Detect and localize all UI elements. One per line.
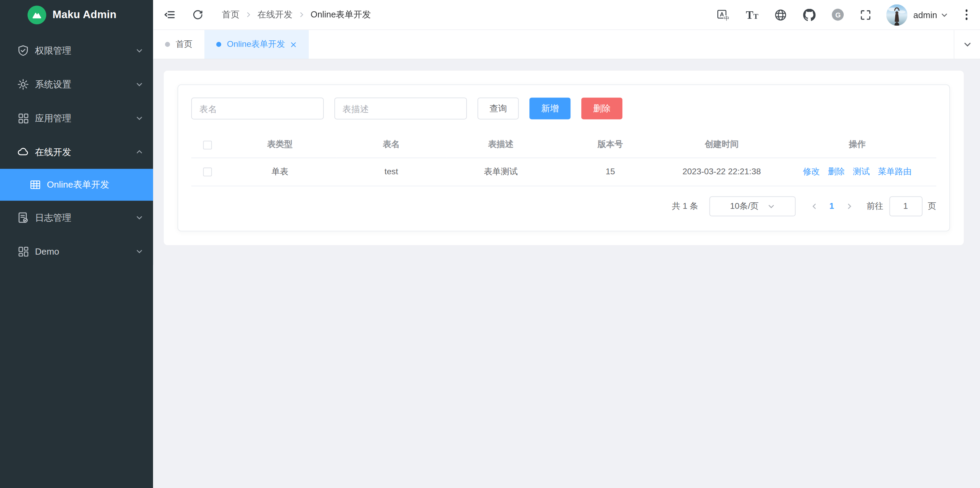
- cell-table-type: 单表: [223, 158, 336, 185]
- test-link[interactable]: 测试: [853, 166, 870, 177]
- sidebar-item-log-management[interactable]: 日志管理: [0, 201, 153, 234]
- pagination: 共 1 条 10条/页 1: [191, 196, 936, 216]
- main-area: 首页 在线开发 Online表单开发 A中 TT: [153, 0, 980, 488]
- sidebar-item-system-settings[interactable]: 系统设置: [0, 68, 153, 102]
- tabs-dropdown-button[interactable]: [954, 30, 980, 59]
- breadcrumb-home[interactable]: 首页: [222, 9, 239, 21]
- column-header: 创建时间: [665, 132, 778, 158]
- breadcrumb: 首页 在线开发 Online表单开发: [222, 9, 371, 21]
- shield-check-icon: [18, 45, 29, 56]
- goto-label: 前往: [867, 200, 883, 212]
- tab-online-form-dev[interactable]: Online表单开发: [204, 30, 309, 59]
- svg-text:中: 中: [724, 15, 730, 21]
- sidebar-item-label: 应用管理: [35, 112, 135, 124]
- cell-created: 2023-03-22 22:21:38: [665, 158, 778, 185]
- sidebar-item-label: 日志管理: [35, 212, 135, 223]
- chevron-down-icon: [768, 202, 775, 210]
- logo[interactable]: Maku Admin: [0, 0, 153, 30]
- prev-page-button[interactable]: [811, 202, 818, 210]
- github-icon[interactable]: [803, 8, 816, 21]
- log-document-icon: [18, 212, 29, 223]
- sidebar-item-label: 系统设置: [35, 78, 135, 91]
- close-icon[interactable]: [290, 41, 297, 48]
- query-card: 查询 新增 删除 表类型 表名: [178, 85, 950, 231]
- sidebar-item-demo[interactable]: Demo: [0, 234, 153, 268]
- delete-button[interactable]: 删除: [581, 97, 623, 119]
- add-button[interactable]: 新增: [530, 97, 571, 119]
- chevron-down-icon[interactable]: [940, 11, 948, 18]
- edit-link[interactable]: 修改: [803, 166, 819, 177]
- header-actions: A中 TT G: [717, 8, 871, 21]
- kebab-menu-icon[interactable]: [964, 7, 969, 22]
- chevron-down-icon: [135, 214, 143, 222]
- column-header: 操作: [778, 132, 936, 158]
- app-shell: Maku Admin 权限管理 系统设置: [0, 0, 980, 488]
- table-row: 单表 test 表单测试 15 2023-03-22 22:21:38 修改 删…: [191, 158, 936, 185]
- column-header: 表描述: [446, 132, 556, 158]
- sidebar-item-label: Online表单开发: [47, 179, 109, 191]
- breadcrumb-online-dev[interactable]: 在线开发: [258, 9, 293, 21]
- column-header: 版本号: [555, 132, 665, 158]
- row-checkbox-cell: [191, 158, 223, 185]
- chevron-down-icon: [135, 81, 143, 88]
- chevron-up-icon: [135, 148, 143, 156]
- sidebar-item-permissions[interactable]: 权限管理: [0, 34, 153, 68]
- chevron-down-icon: [135, 248, 143, 255]
- content-panel: 查询 新增 删除 表类型 表名: [164, 71, 964, 245]
- logo-mountain-icon: [28, 5, 46, 24]
- refresh-icon[interactable]: [192, 9, 203, 20]
- sidebar-item-app-management[interactable]: 应用管理: [0, 101, 153, 135]
- row-checkbox[interactable]: [203, 168, 212, 177]
- gear-icon: [18, 79, 29, 90]
- globe-icon[interactable]: [775, 8, 788, 21]
- query-button[interactable]: 查询: [477, 97, 519, 119]
- filter-bar: 查询 新增 删除: [191, 97, 936, 119]
- menu-route-link[interactable]: 菜单路由: [878, 166, 912, 177]
- next-page-button[interactable]: [845, 202, 853, 210]
- sidebar-menu: 权限管理 系统设置 应用管理: [0, 34, 153, 268]
- delete-link[interactable]: 删除: [828, 166, 845, 177]
- username-label[interactable]: admin: [913, 10, 937, 19]
- page-size-select[interactable]: 10条/页: [710, 196, 795, 216]
- chevron-down-icon: [135, 115, 143, 122]
- cell-table-name: test: [336, 158, 446, 185]
- translate-icon[interactable]: A中: [717, 8, 730, 21]
- column-header: 表名: [336, 132, 446, 158]
- select-all-checkbox[interactable]: [203, 141, 212, 150]
- tab-label: 首页: [176, 38, 192, 50]
- sidebar-item-label: Demo: [35, 246, 135, 256]
- chevron-down-icon: [135, 47, 143, 54]
- tab-bar: 首页 Online表单开发: [153, 30, 980, 59]
- breadcrumb-current: Online表单开发: [310, 9, 371, 21]
- table-header-row: 表类型 表名 表描述 版本号 创建时间 操作: [191, 132, 936, 158]
- sidebar-item-online-dev[interactable]: 在线开发: [0, 135, 153, 169]
- tab-spacer: [309, 30, 954, 59]
- app-grid-icon: [18, 112, 29, 124]
- table-icon: [30, 179, 41, 190]
- tab-home[interactable]: 首页: [153, 30, 204, 59]
- fullscreen-icon[interactable]: [860, 9, 871, 21]
- tab-dot-icon: [165, 42, 170, 47]
- cell-actions: 修改 删除 测试 菜单路由: [778, 158, 936, 185]
- table-name-input[interactable]: [191, 97, 324, 119]
- font-size-icon[interactable]: TT: [746, 9, 758, 21]
- demo-blocks-icon: [18, 246, 29, 257]
- goto-page-input[interactable]: [889, 196, 922, 216]
- tab-dot-icon: [216, 42, 221, 47]
- app-title: Maku Admin: [52, 9, 116, 22]
- avatar[interactable]: [886, 4, 908, 25]
- chevron-right-icon: [298, 11, 305, 18]
- page-number-button[interactable]: 1: [829, 201, 834, 211]
- column-header: 表类型: [223, 132, 336, 158]
- collapse-sidebar-icon[interactable]: [164, 9, 176, 21]
- table-desc-input[interactable]: [334, 97, 467, 119]
- page-size-value: 10条/页: [730, 200, 759, 212]
- gitee-icon[interactable]: G: [832, 9, 844, 21]
- sidebar-item-label: 在线开发: [35, 146, 135, 158]
- top-header: 首页 在线开发 Online表单开发 A中 TT: [153, 0, 980, 30]
- cloud-icon: [18, 146, 29, 158]
- sidebar-item-online-form-dev[interactable]: Online表单开发: [0, 169, 153, 201]
- sidebar-item-label: 权限管理: [35, 45, 135, 57]
- cell-version: 15: [555, 158, 665, 185]
- sidebar: Maku Admin 权限管理 系统设置: [0, 0, 153, 488]
